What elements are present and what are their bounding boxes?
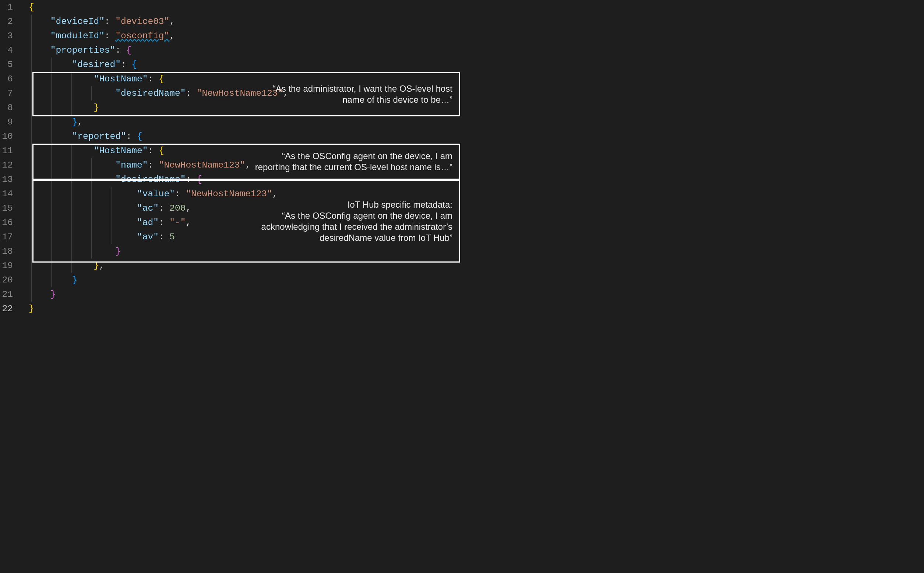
line-number: 8 (0, 100, 13, 115)
code-line[interactable]: }, (29, 115, 289, 129)
line-number: 1 (0, 0, 13, 14)
line-number: 16 (0, 215, 13, 230)
punct: : (121, 59, 131, 70)
code-line[interactable]: "deviceId": "device03", (29, 14, 289, 29)
annotation-text: “As the administrator, I want the OS-lev… (254, 83, 452, 105)
line-number: 2 (0, 14, 13, 29)
annotation-text: IoT Hub specific metadata: “As the OSCon… (254, 199, 452, 243)
brace-open: { (137, 132, 142, 141)
json-string: "device03" (115, 17, 169, 27)
json-key: "properties" (50, 45, 115, 55)
code-editor: 12345678910111213141516171819202122 { "d… (0, 0, 924, 573)
json-key: "deviceId" (50, 17, 105, 27)
line-number: 14 (0, 187, 13, 201)
code-line[interactable]: "reported": { (29, 129, 289, 144)
line-number-gutter: 12345678910111213141516171819202122 (0, 0, 20, 573)
code-line[interactable]: } (29, 302, 289, 316)
json-key: "reported" (72, 132, 126, 141)
comma: , (169, 31, 175, 41)
line-number: 12 (0, 158, 13, 172)
line-number: 20 (0, 273, 13, 287)
brace-close: } (72, 117, 78, 127)
line-number: 6 (0, 72, 13, 86)
line-number: 19 (0, 258, 13, 273)
line-number: 15 (0, 201, 13, 215)
line-number: 10 (0, 129, 13, 144)
line-number: 11 (0, 144, 13, 158)
code-line[interactable]: "moduleId": "osconfig", (29, 29, 289, 43)
brace-close: } (50, 290, 56, 299)
json-string: "osconfig" (115, 31, 169, 41)
annotation-desired-hostname: “As the administrator, I want the OS-lev… (33, 72, 460, 116)
line-number: 13 (0, 172, 13, 187)
line-number: 9 (0, 115, 13, 129)
comma: , (77, 117, 83, 127)
brace-open: { (126, 45, 132, 55)
annotation-reported-hostname: “As the OSConfig agent on the device, I … (33, 144, 460, 180)
json-key: "moduleId" (50, 31, 105, 41)
punct: : (126, 132, 137, 141)
line-number: 18 (0, 244, 13, 258)
annotation-iothub-metadata: IoT Hub specific metadata: “As the OSCon… (33, 180, 460, 263)
line-number: 4 (0, 43, 13, 58)
punct: : (105, 31, 115, 41)
line-number: 5 (0, 58, 13, 72)
line-number: 3 (0, 29, 13, 43)
code-line[interactable]: "desired": { (29, 58, 289, 72)
code-line[interactable]: } (29, 287, 289, 302)
punct: : (115, 45, 126, 55)
json-key: "desired" (72, 59, 121, 70)
code-line[interactable]: } (29, 273, 289, 287)
annotation-text: “As the OSConfig agent on the device, I … (254, 150, 452, 173)
comma: , (169, 17, 175, 27)
line-number: 22 (0, 302, 13, 316)
brace-open: { (29, 2, 34, 12)
line-number: 17 (0, 230, 13, 244)
brace-close: } (29, 304, 34, 314)
brace-close: } (72, 275, 78, 285)
punct: : (105, 17, 115, 27)
line-number: 21 (0, 287, 13, 302)
line-number: 7 (0, 86, 13, 100)
code-line[interactable]: { (29, 0, 289, 14)
brace-open: { (131, 59, 137, 70)
code-line[interactable]: "properties": { (29, 43, 289, 58)
